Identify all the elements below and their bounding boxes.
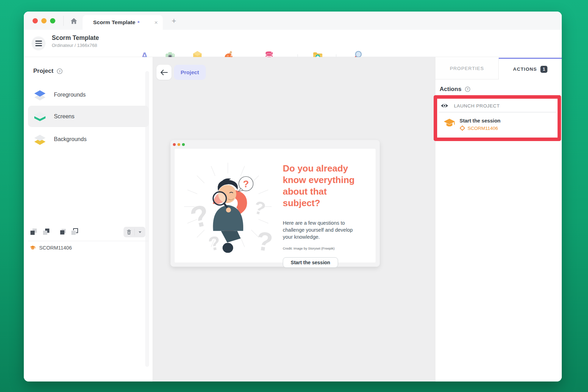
- eye-icon: [441, 103, 448, 108]
- app-window: Scorm Template * × + Scorm Template Ordi…: [24, 12, 562, 382]
- delete-group: [124, 227, 145, 237]
- back-button[interactable]: [156, 65, 172, 80]
- tab-properties[interactable]: PROPERTIES: [435, 58, 499, 79]
- divider: [28, 241, 149, 241]
- desktop-background: Scorm Template * × + Scorm Template Ordi…: [0, 0, 588, 392]
- action-item[interactable]: Start the session SCORM11406: [443, 118, 500, 131]
- start-session-button[interactable]: Start the session: [283, 257, 338, 268]
- divider: [439, 112, 556, 112]
- bring-forward-icon: [70, 227, 79, 236]
- preview-green-dot: [182, 143, 185, 146]
- sidebar-header: Project: [33, 68, 54, 75]
- bring-forward-button[interactable]: [70, 227, 79, 236]
- hamburger-icon: [35, 41, 42, 41]
- screen-preview-card[interactable]: ? ? ? ? ? ?: [170, 140, 380, 267]
- svg-text:?: ?: [467, 88, 469, 91]
- window-close-button[interactable]: [33, 18, 38, 23]
- svg-text:?: ?: [252, 197, 268, 219]
- sidebar-item-foregrounds[interactable]: Foregrounds: [28, 84, 149, 105]
- tab-bar: Scorm Template * × +: [24, 12, 562, 30]
- actions-count-badge: 1: [540, 66, 547, 73]
- send-backward-icon: [59, 227, 67, 236]
- target-icon: [460, 125, 465, 131]
- sidebar-item-backgrounds[interactable]: Backgrounds: [28, 128, 149, 150]
- home-button[interactable]: [69, 16, 79, 26]
- window-zoom-button[interactable]: [50, 18, 55, 23]
- action-group-title: LAUNCH PROJECT: [454, 103, 500, 108]
- highlight-annotation: LAUNCH PROJECT Start the session: [434, 95, 561, 141]
- right-panel: PROPERTIES ACTIONS 1 Actions ? +: [435, 57, 562, 382]
- new-tab-button[interactable]: +: [168, 16, 180, 26]
- send-to-back-button[interactable]: [29, 227, 38, 236]
- unsaved-indicator: *: [138, 20, 140, 26]
- body: Project ? Foregrounds: [24, 57, 562, 382]
- project-title: Scorm Template: [52, 34, 99, 42]
- screen-paragraph: Here are a few questions to challenge yo…: [283, 219, 355, 240]
- divider: [63, 16, 64, 26]
- breadcrumb-project[interactable]: Project: [174, 65, 206, 80]
- action-target: SCORM11406: [468, 126, 498, 131]
- delete-layer-button[interactable]: [124, 227, 134, 237]
- arrow-left-icon: [160, 70, 168, 75]
- screens-layers-icon: [34, 111, 46, 122]
- action-title: Start the session: [460, 118, 500, 124]
- layer-item-scorm[interactable]: SCORM11406: [30, 245, 72, 251]
- window-minimize-button[interactable]: [41, 18, 47, 23]
- svg-text:?: ?: [254, 226, 274, 255]
- panel-tabs: PROPERTIES ACTIONS 1: [435, 58, 562, 79]
- menu-button[interactable]: [31, 36, 46, 50]
- send-to-back-icon: [29, 227, 38, 236]
- layer-item-label: SCORM11406: [39, 245, 72, 251]
- bring-to-front-button[interactable]: [42, 227, 50, 236]
- screen-credit: Credit: Image by Storyset (Freepik): [283, 246, 359, 250]
- delete-options-button[interactable]: [135, 227, 146, 237]
- toolbar: Scorm Template Ordinateur / 1366x768 A T…: [24, 30, 562, 57]
- help-icon[interactable]: ?: [57, 68, 63, 74]
- action-group-header[interactable]: LAUNCH PROJECT: [441, 103, 500, 108]
- preview-orange-dot: [177, 143, 180, 146]
- tab-title: Scorm Template: [93, 19, 135, 26]
- chevron-down-icon: [139, 231, 141, 233]
- graduation-cap-icon: [30, 245, 36, 250]
- foregrounds-layers-icon: [34, 89, 46, 101]
- screen-content: ? ? ? ? ? ?: [175, 149, 376, 262]
- send-backward-button[interactable]: [59, 227, 67, 236]
- svg-text:?: ?: [187, 198, 212, 234]
- tab-actions[interactable]: ACTIONS 1: [499, 58, 562, 79]
- sidebar: Project ? Foregrounds: [24, 57, 153, 382]
- screen-text-block: Do you already know everything about tha…: [283, 163, 359, 268]
- bring-to-front-icon: [42, 227, 50, 236]
- canvas[interactable]: Project: [153, 57, 435, 382]
- project-subtitle: Ordinateur / 1366x768: [52, 43, 99, 48]
- project-title-block: Scorm Template Ordinateur / 1366x768: [52, 34, 99, 48]
- home-icon: [70, 18, 78, 24]
- svg-text:?: ?: [243, 178, 249, 189]
- backgrounds-layers-icon: [34, 133, 46, 145]
- graduation-cap-icon: [443, 118, 455, 128]
- svg-text:?: ?: [58, 69, 61, 73]
- help-icon[interactable]: ?: [465, 86, 470, 92]
- tab-close-icon[interactable]: ×: [154, 20, 158, 26]
- tab-scorm-template[interactable]: Scorm Template * ×: [83, 15, 163, 30]
- screen-heading: Do you already know everything about tha…: [283, 163, 359, 209]
- person-question-illustration: ? ? ? ? ? ?: [181, 153, 275, 255]
- actions-heading: Actions: [440, 86, 461, 93]
- sidebar-item-screens[interactable]: Screens: [28, 106, 149, 127]
- trash-icon: [126, 229, 132, 235]
- preview-red-dot: [173, 143, 176, 146]
